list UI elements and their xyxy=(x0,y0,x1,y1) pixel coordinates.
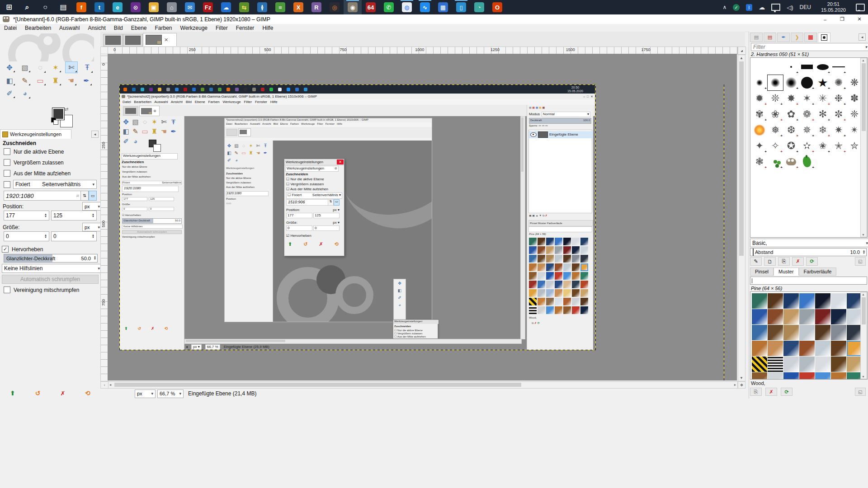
pattern-swatch[interactable] xyxy=(555,263,562,271)
menu-datei[interactable]: Datei xyxy=(0,25,21,31)
delete-brush-button[interactable]: ✗ xyxy=(792,257,804,266)
pattern-swatch[interactable] xyxy=(572,298,580,305)
clock[interactable]: 20:5115.05.2020 xyxy=(814,0,853,14)
pattern-swatch[interactable] xyxy=(538,246,545,254)
checkbox-active-layer-only[interactable]: Nur die aktive Ebene xyxy=(4,148,64,155)
brush-item-blank[interactable] xyxy=(768,59,783,75)
pattern-swatch[interactable] xyxy=(799,357,815,372)
unit-combo[interactable]: px▾ xyxy=(135,389,156,398)
pattern-swatch[interactable] xyxy=(768,325,783,340)
pattern-swatch[interactable] xyxy=(538,306,545,314)
guides-combo[interactable]: Keine Hilfslinien▾ xyxy=(2,264,102,273)
position-unit-combo[interactable]: px▾ xyxy=(82,202,102,211)
pattern-swatch[interactable] xyxy=(847,325,862,340)
minimize-button[interactable]: – xyxy=(816,15,834,24)
zoom-combo[interactable]: 66,7 %▾ xyxy=(157,389,184,398)
pattern-swatch[interactable] xyxy=(831,293,846,309)
pattern-swatch[interactable] xyxy=(815,357,830,372)
onedrive-tray-icon[interactable]: ☁ xyxy=(755,0,768,14)
brush-item-tex[interactable]: ✻+ xyxy=(815,107,830,122)
brush-item-tex[interactable]: ✫+ xyxy=(799,138,815,154)
spacing-slider[interactable]: Abstand 10.0 ▲▼ xyxy=(750,248,867,256)
pattern-swatch[interactable] xyxy=(847,372,862,380)
pattern-swatch[interactable] xyxy=(768,341,783,356)
pattern-swatch[interactable] xyxy=(580,246,588,254)
pattern-swatch[interactable] xyxy=(847,357,862,372)
fuzzy-select-tool-icon[interactable]: ✶ xyxy=(50,62,61,73)
tab-layers-icon[interactable]: ▤ xyxy=(750,33,763,42)
brush-item-tex[interactable]: ✦+ xyxy=(752,138,767,154)
navigation-button[interactable]: ✥ xyxy=(738,381,745,389)
pattern-swatch[interactable] xyxy=(831,309,846,324)
brush-item-blank[interactable] xyxy=(815,154,830,169)
pattern-swatch[interactable] xyxy=(752,325,767,340)
menu-farben[interactable]: Farben xyxy=(151,25,176,31)
brush-item-blank[interactable] xyxy=(847,59,862,75)
refresh-patterns-button[interactable]: ⟳ xyxy=(781,388,793,396)
brush-item-tex[interactable]: ✾+ xyxy=(752,107,767,122)
highlight-opacity-slider[interactable]: Glanzlichter-Deckkraft 50.0 ▲▼ xyxy=(4,254,98,263)
pattern-swatch[interactable] xyxy=(783,357,799,372)
pattern-swatch[interactable] xyxy=(831,357,846,372)
menu-hilfe[interactable]: Hilfe xyxy=(258,25,277,31)
checkbox-shrink-merged[interactable]: Vereinigung mitschrumpfen xyxy=(4,286,79,293)
taskbar-microsoft-store-icon[interactable]: ⌂ xyxy=(163,0,181,14)
taskbar-tor-browser-icon[interactable]: ⊙ xyxy=(127,0,145,14)
pattern-swatch[interactable] xyxy=(529,238,537,245)
position-y-input[interactable]: 125▲▼ xyxy=(51,211,97,221)
image-tab-2[interactable] xyxy=(123,34,143,47)
brush-dock-corner-button[interactable]: ◱ xyxy=(855,257,866,266)
pattern-swatch[interactable] xyxy=(831,325,846,340)
taskbar-remote-orb-icon[interactable]: ◔ xyxy=(470,0,488,14)
pattern-swatch[interactable] xyxy=(529,272,537,280)
pattern-swatch[interactable] xyxy=(538,272,545,280)
pattern-swatch[interactable] xyxy=(580,289,588,297)
pattern-swatch[interactable] xyxy=(555,306,562,314)
brush-item-clover[interactable]: + xyxy=(768,154,783,169)
pattern-swatch[interactable] xyxy=(555,246,562,254)
brush-item-tex[interactable]: ✸+ xyxy=(783,91,799,106)
brush-item-tex[interactable]: ✳+ xyxy=(815,91,830,106)
taskbar-freefilesync-icon[interactable]: ⇆ xyxy=(235,0,253,14)
pattern-swatch[interactable] xyxy=(563,281,571,288)
pattern-category-label[interactable]: Wood, xyxy=(751,380,765,386)
brush-item-tex[interactable]: ✷+ xyxy=(831,122,846,138)
pattern-swatch[interactable] xyxy=(572,272,580,280)
pattern-swatch[interactable] xyxy=(580,238,588,245)
pattern-swatch[interactable] xyxy=(847,309,862,324)
aspect-ratio-field[interactable]: 1920:1080 ⌗ xyxy=(4,191,81,201)
taskbar-calendar-icon[interactable]: ▦ xyxy=(434,0,452,14)
restore-preset-button[interactable]: ↺ xyxy=(35,389,41,397)
dock-collapse-button[interactable]: ◂ xyxy=(91,131,99,138)
canvas-vscrollbar[interactable]: ▲ ▼ xyxy=(738,55,745,381)
taskbar-notepad-icon[interactable]: ≡ xyxy=(271,0,289,14)
pattern-swatch[interactable] xyxy=(783,341,799,356)
pattern-swatch[interactable] xyxy=(783,325,799,340)
taskbar-recorder-icon[interactable]: ◎ xyxy=(326,0,344,14)
menu-ansicht[interactable]: Ansicht xyxy=(84,25,109,31)
brush-item-tex[interactable]: ❋ xyxy=(847,75,862,90)
pattern-swatch[interactable] xyxy=(538,263,545,271)
pattern-swatch[interactable] xyxy=(752,357,767,372)
pattern-swatch[interactable] xyxy=(799,341,815,356)
pattern-swatch[interactable] xyxy=(546,289,554,297)
brush-item-tex[interactable]: ✵+ xyxy=(799,122,815,138)
brush-item-tex[interactable]: ✺+ xyxy=(831,75,846,90)
landscape-toggle-button[interactable]: ▭ xyxy=(89,191,97,201)
taskbar-edge-icon[interactable]: e xyxy=(108,0,127,14)
size-x-input[interactable]: 0▲▼ xyxy=(4,231,49,241)
brush-item-bar[interactable] xyxy=(799,59,815,75)
pattern-swatch[interactable] xyxy=(563,246,571,254)
taskbar-thunderbird-icon[interactable]: t xyxy=(90,0,108,14)
taskbar-bluefish-icon[interactable]: ≬ xyxy=(253,0,271,14)
transform-tool-icon[interactable]: Ŧ xyxy=(81,62,93,73)
taskbar-search-icon[interactable]: ⌕ xyxy=(18,0,36,14)
tab-paths-icon[interactable]: ✒ xyxy=(777,33,790,42)
swap-aspect-button[interactable]: ⇅ xyxy=(81,191,89,201)
rect-select-tool-icon[interactable]: ▧ xyxy=(19,62,31,73)
swap-colors-icon[interactable]: ⇄ xyxy=(65,107,68,112)
pattern-swatch[interactable] xyxy=(546,281,554,288)
bluetooth-icon[interactable]: ᛒ xyxy=(743,0,755,14)
pattern-swatch[interactable] xyxy=(529,298,537,305)
pattern-swatch[interactable] xyxy=(815,372,830,380)
